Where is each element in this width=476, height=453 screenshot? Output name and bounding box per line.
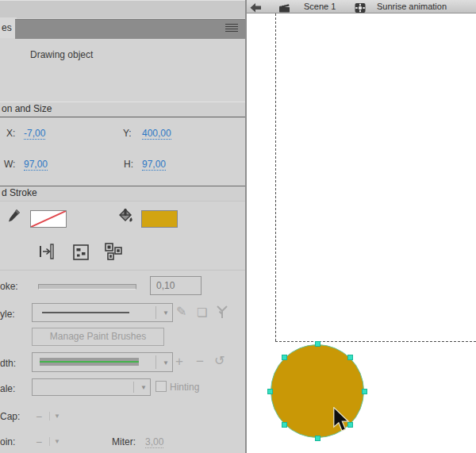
stroke-color-swatch[interactable] [30,210,67,228]
panel-tab-well [15,19,245,39]
width-profile-dropdown[interactable]: ▼ [32,352,173,372]
width-profile-preview [40,358,139,366]
reset-width-profile-icon[interactable]: ↺ [214,355,225,367]
breadcrumb-scene[interactable]: Scene 1 [304,1,336,13]
width-profile-label: dth: [0,358,16,369]
x-label: X: [6,128,15,139]
chevron-down-icon: ▼ [140,384,147,391]
dropdown-separator [133,382,134,393]
stroke-weight-input[interactable]: 0,10 [150,276,202,295]
control-separator [49,437,50,446]
w-label: W: [4,159,15,170]
anchor-handle-e[interactable] [362,389,367,394]
cap-label: Cap: [0,411,20,422]
pencil-icon [6,208,21,228]
back-arrow-icon[interactable] [250,2,261,16]
scale-dropdown[interactable]: ▼ [32,378,151,396]
hinting-label: Hinting [170,382,199,393]
anchor-handle-nw[interactable] [282,355,287,360]
manage-paint-brushes-button[interactable]: Manage Paint Brushes [32,328,164,346]
dropdown-separator [155,306,156,319]
cap-value[interactable]: – [36,411,42,422]
stage-bounds-bottom [275,341,476,343]
anchor-handle-sw[interactable] [282,422,287,428]
remove-width-profile-icon[interactable]: − [196,355,204,368]
multiple-swatches-icon[interactable] [103,241,124,265]
stage-bounds-left [275,13,277,341]
app-window: es Drawing object on and Size X: -7,00 Y… [0,0,476,453]
h-label: H: [124,159,133,170]
tab-properties[interactable]: es [0,17,17,38]
cap-dropdown-arrow-icon[interactable]: ▼ [54,411,60,422]
x-value[interactable]: -7,00 [24,128,45,140]
divider [0,270,245,271]
scale-label: ale: [0,383,15,394]
join-dropdown-arrow-icon[interactable]: ▼ [54,436,60,447]
properties-panel: es Drawing object on and Size X: -7,00 Y… [0,0,245,453]
stroke-weight-slider[interactable] [38,284,136,290]
stroke-style-dropdown[interactable]: ▼ [32,303,173,322]
anchor-handle-n[interactable] [315,341,321,347]
panel-top-strip [0,0,245,18]
copy-style-icon[interactable]: ❏ [197,306,207,318]
breadcrumb-symbol[interactable]: Sunrise animation [377,1,447,13]
control-separator [49,412,50,420]
scene-clapperboard-icon[interactable] [278,2,290,16]
stage-area[interactable]: Scene 1 Sunrise animation [247,0,476,453]
add-width-profile-icon[interactable]: + [175,355,183,368]
stroke-style-label: yle: [0,309,15,320]
edit-bar: Scene 1 Sunrise animation [247,0,476,13]
join-label: oin: [0,436,15,447]
anchor-handle-s[interactable] [315,436,321,441]
anchor-handle-ne[interactable] [347,355,353,360]
y-label: Y: [123,128,132,139]
stroke-width-marker-icon[interactable] [38,243,56,263]
stroke-weight-label: oke: [0,281,18,292]
fill-stroke-header[interactable]: d Stroke [0,186,247,202]
chevron-down-icon: ▼ [163,359,169,366]
miter-label: Miter: [112,436,136,447]
object-type-label: Drawing object [30,49,93,60]
w-value[interactable]: 97,00 [24,159,48,171]
edit-stroke-style-icon[interactable]: ✎ [176,305,186,318]
position-size-header[interactable]: on and Size [0,102,247,117]
join-value[interactable]: – [36,436,42,447]
paint-bucket-icon [117,208,134,228]
chevron-down-icon: ▼ [163,309,169,317]
miter-value[interactable]: 3,00 [145,436,163,448]
dropdown-separator [155,355,156,369]
h-value[interactable]: 97,00 [142,159,166,171]
y-value[interactable]: 400,00 [142,128,171,140]
dither-icon[interactable] [71,243,90,265]
variable-width-tool-icon[interactable] [214,304,230,323]
hinting-checkbox[interactable] [155,381,167,392]
mouse-cursor-icon [332,407,350,436]
fill-color-swatch[interactable] [141,210,178,228]
anchor-handle-w[interactable] [267,389,273,394]
stroke-style-preview [42,312,129,313]
symbol-icon[interactable] [355,2,366,16]
panel-menu-icon[interactable] [225,24,238,33]
